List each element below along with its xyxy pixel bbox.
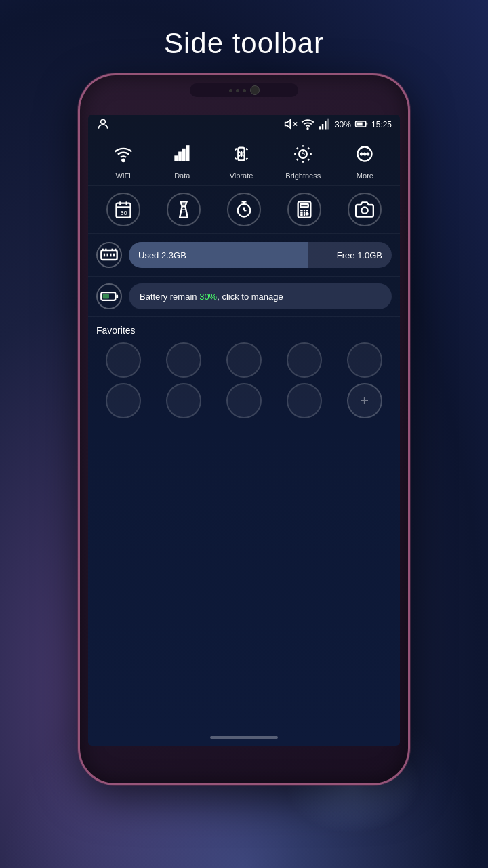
battery-text-before: Battery remain — [140, 292, 199, 302]
svg-rect-8 — [327, 119, 329, 130]
data-toggle[interactable]: Data — [167, 139, 197, 180]
favorites-grid: + — [96, 342, 392, 418]
page-title: Side toolbar — [164, 27, 324, 60]
svg-rect-6 — [322, 124, 324, 130]
volume-down-button — [78, 235, 80, 275]
phone-notch — [190, 83, 298, 97]
memory-used-text: Used 2.3GB — [138, 250, 186, 260]
svg-rect-14 — [182, 149, 186, 161]
svg-marker-1 — [285, 120, 291, 128]
battery-icon — [96, 283, 122, 309]
svg-line-24 — [297, 148, 298, 149]
vibrate-toggle[interactable]: Vibrate — [226, 139, 256, 180]
svg-point-0 — [101, 119, 106, 124]
svg-point-59 — [361, 208, 367, 214]
svg-line-28 — [297, 159, 298, 160]
status-bar: 30% 15:25 — [88, 115, 400, 134]
wifi-icon — [108, 139, 138, 169]
camera-tool[interactable] — [348, 193, 382, 226]
sensor-dot — [229, 89, 232, 92]
svg-point-4 — [307, 128, 308, 130]
brightness-label: Brightness — [285, 172, 321, 180]
svg-text:30: 30 — [121, 210, 127, 216]
calculator-tool[interactable] — [287, 193, 321, 226]
svg-point-32 — [361, 153, 363, 155]
svg-line-25 — [308, 159, 310, 160]
sensor-dot — [243, 89, 246, 92]
svg-rect-7 — [325, 121, 327, 130]
add-favorite-button[interactable]: + — [347, 383, 382, 418]
svg-rect-10 — [357, 123, 362, 126]
favorites-row-1 — [96, 342, 392, 378]
svg-point-11 — [122, 159, 125, 162]
signal-status-icon — [318, 117, 331, 132]
home-indicator — [210, 736, 278, 739]
phone-frame: 30% 15:25 — [78, 73, 410, 785]
favorite-slot-1[interactable] — [106, 342, 141, 378]
power-button — [408, 224, 410, 279]
battery-text-after: , click to manage — [217, 292, 283, 302]
vibrate-icon — [226, 139, 256, 169]
svg-rect-12 — [174, 155, 178, 161]
svg-point-34 — [367, 153, 369, 155]
favorites-row-2: + — [96, 383, 392, 418]
volume-up-button — [78, 197, 80, 224]
mute-icon — [284, 117, 298, 132]
svg-point-33 — [364, 153, 366, 155]
favorites-section: Favorites — [88, 317, 400, 424]
favorite-slot-8[interactable] — [226, 383, 262, 418]
vibrate-label: Vibrate — [230, 172, 253, 180]
svg-rect-48 — [300, 204, 308, 208]
favorite-slot-4[interactable] — [287, 342, 322, 378]
status-right-area: 30% 15:25 — [284, 117, 392, 132]
svg-rect-60 — [101, 250, 117, 260]
memory-bar: Used 2.3GB Free 1.0GB — [129, 242, 392, 268]
more-toggle[interactable]: More — [350, 139, 380, 180]
flashlight-tool[interactable] — [167, 193, 201, 226]
status-left-icon — [96, 117, 110, 132]
memory-used-portion: Used 2.3GB — [129, 242, 308, 268]
favorite-slot-9[interactable] — [287, 383, 322, 418]
wifi-status-icon — [301, 117, 314, 132]
svg-line-29 — [308, 148, 310, 149]
favorites-title: Favorites — [96, 325, 392, 336]
favorite-slot-6[interactable] — [106, 383, 141, 418]
battery-status-icon — [354, 117, 368, 132]
calendar-tool[interactable]: 30 — [106, 193, 140, 226]
svg-rect-13 — [178, 152, 182, 161]
svg-rect-70 — [103, 294, 109, 299]
wifi-toggle[interactable]: WiFi — [108, 139, 138, 180]
svg-rect-15 — [186, 145, 190, 161]
notch-sensors — [229, 89, 246, 92]
favorite-slot-5[interactable] — [347, 342, 382, 378]
battery-section[interactable]: Battery remain 30%, click to manage — [88, 277, 400, 317]
favorite-slot-3[interactable] — [226, 342, 262, 378]
battery-text: Battery remain 30%, click to manage — [140, 292, 283, 302]
sensor-dot — [236, 89, 239, 92]
more-icon — [350, 139, 380, 169]
phone-mockup: 30% 15:25 — [78, 73, 410, 785]
brightness-toggle[interactable]: A Brightness — [285, 139, 321, 180]
phone-screen: 30% 15:25 — [88, 115, 400, 746]
memory-free-text: Free 1.0GB — [337, 250, 382, 260]
time-display: 15:25 — [371, 120, 392, 130]
svg-rect-5 — [319, 126, 321, 129]
front-camera — [250, 85, 260, 95]
favorite-slot-7[interactable] — [166, 383, 201, 418]
more-label: More — [357, 172, 373, 180]
data-label: Data — [174, 172, 190, 180]
battery-percent-display: 30% — [199, 292, 217, 302]
memory-icon — [96, 242, 122, 268]
timer-tool[interactable] — [227, 193, 261, 226]
quick-tools-row: 30 — [88, 186, 400, 234]
brightness-icon: A — [288, 139, 318, 169]
battery-percent-text: 30% — [335, 120, 351, 130]
wifi-label: WiFi — [116, 172, 131, 180]
data-icon — [167, 139, 197, 169]
battery-info-bar: Battery remain 30%, click to manage — [129, 283, 392, 309]
svg-text:A: A — [302, 151, 306, 157]
memory-section[interactable]: Used 2.3GB Free 1.0GB — [88, 234, 400, 277]
quick-toggles-row: WiFi Data — [88, 134, 400, 186]
favorite-slot-2[interactable] — [166, 342, 201, 378]
